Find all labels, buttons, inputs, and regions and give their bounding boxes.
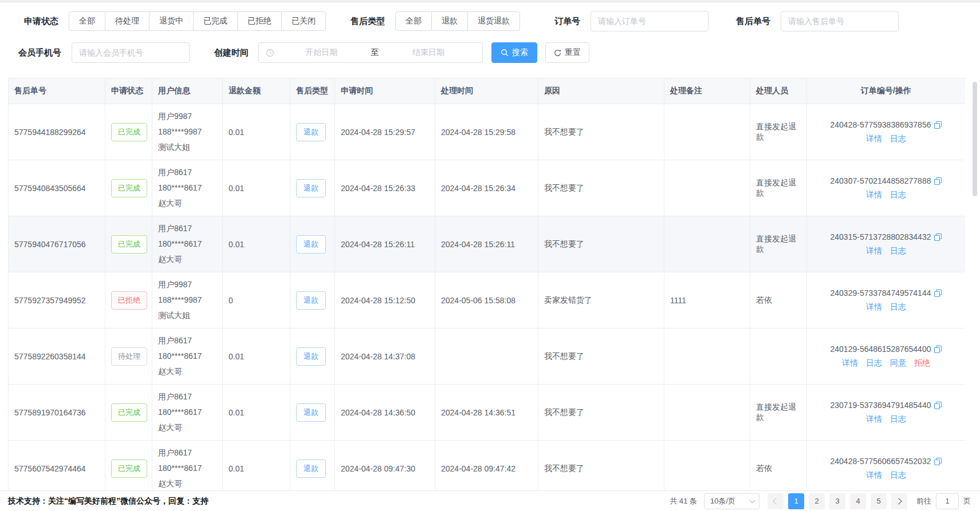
aftersale-no-input[interactable]	[781, 11, 899, 31]
user-info-line: 赵大哥	[158, 364, 217, 379]
filter-option-退货中[interactable]: 退货中	[149, 11, 194, 31]
aftersale-no-cell: 5775892260358144	[9, 328, 105, 385]
user-info-line: 赵大哥	[158, 252, 217, 267]
prev-page-button[interactable]	[768, 493, 784, 509]
column-header: 原因	[538, 78, 664, 104]
filter-option-退款[interactable]: 退款	[431, 11, 468, 31]
handler-cell: 若依	[750, 441, 807, 490]
page-button-2[interactable]: 2	[809, 493, 825, 509]
user-info-line: 用户8617	[158, 389, 217, 405]
reject-link[interactable]: 拒绝	[914, 358, 930, 367]
copy-icon[interactable]	[934, 402, 942, 409]
reset-button[interactable]: 重置	[545, 42, 589, 63]
page-button-1[interactable]: 1	[788, 493, 804, 509]
user-info-line: 赵大哥	[158, 420, 217, 435]
goto-page-input[interactable]	[936, 493, 959, 509]
order-number: 240307-5702144858277888	[831, 176, 931, 185]
refund-amount-cell: 0.01	[223, 104, 290, 160]
handler-cell: 直接发起退款	[750, 160, 807, 216]
reason-cell: 我不想要了	[538, 160, 664, 216]
user-info-cell: 用户8617180****8617赵大哥	[152, 328, 223, 385]
detail-link[interactable]: 详情	[866, 246, 882, 255]
remark-cell	[664, 441, 750, 490]
refund-amount-cell: 0.01	[223, 328, 290, 385]
log-link[interactable]: 日志	[890, 246, 906, 255]
scrollbar-thumb[interactable]	[973, 82, 977, 196]
table-row: 5775940843505664已完成用户8617180****8617赵大哥0…	[9, 160, 966, 216]
action-links: 详情日志	[813, 470, 959, 481]
status-cell: 已拒绝	[105, 272, 152, 328]
filter-option-待处理[interactable]: 待处理	[105, 11, 149, 31]
log-link[interactable]: 日志	[866, 358, 882, 367]
user-info-line: 用户8617	[158, 165, 217, 180]
page-button-5[interactable]: 5	[871, 493, 887, 509]
copy-icon[interactable]	[934, 458, 942, 465]
copy-icon[interactable]	[934, 177, 942, 185]
log-link[interactable]: 日志	[890, 302, 906, 311]
remark-cell	[664, 328, 750, 385]
log-link[interactable]: 日志	[890, 414, 906, 423]
user-info-cell: 用户8617180****8617赵大哥	[152, 441, 223, 490]
filter-option-已完成[interactable]: 已完成	[193, 11, 238, 31]
detail-link[interactable]: 详情	[866, 134, 882, 143]
reset-button-label: 重置	[565, 47, 581, 58]
copy-icon[interactable]	[934, 290, 942, 297]
user-info-line: 测试大姐	[158, 308, 217, 323]
order-line: 240428-5775606657452032	[813, 457, 959, 466]
next-page-button[interactable]	[891, 493, 907, 509]
log-link[interactable]: 日志	[890, 470, 906, 480]
filter-option-已关闭[interactable]: 已关闭	[281, 11, 326, 31]
filter-option-全部[interactable]: 全部	[395, 11, 432, 31]
log-link[interactable]: 日志	[890, 190, 906, 199]
type-badge: 退款	[296, 179, 326, 197]
detail-link[interactable]: 详情	[866, 470, 882, 480]
type-cell: 退款	[290, 104, 335, 160]
order-number: 240315-5713728802834432	[831, 232, 931, 241]
copy-icon[interactable]	[934, 121, 942, 129]
copy-icon[interactable]	[934, 233, 942, 241]
detail-link[interactable]: 详情	[866, 190, 882, 199]
date-range-picker[interactable]: 开始日期 至 结束日期	[258, 42, 483, 63]
column-header: 处理备注	[664, 78, 750, 104]
log-link[interactable]: 日志	[890, 134, 906, 143]
end-date-placeholder[interactable]: 结束日期	[381, 47, 476, 58]
column-header: 申请状态	[105, 78, 152, 104]
user-info-line: 用户8617	[158, 333, 217, 348]
copy-icon[interactable]	[934, 346, 942, 353]
user-info-line: 188****9987	[158, 124, 217, 140]
column-header: 订单编号/操作	[807, 78, 966, 104]
start-date-placeholder[interactable]: 开始日期	[274, 47, 369, 58]
page-button-3[interactable]: 3	[829, 493, 845, 509]
refund-amount-cell: 0.01	[223, 160, 290, 216]
status-badge: 已完成	[111, 459, 147, 478]
filter-option-退货退款[interactable]: 退货退款	[467, 11, 520, 31]
page-size-select[interactable]: 10条/页	[704, 493, 759, 509]
handle-time-cell: 2024-05-06 15:58:08	[435, 272, 538, 328]
filter-option-全部[interactable]: 全部	[69, 11, 105, 31]
action-links: 详情日志同意拒绝	[813, 358, 959, 369]
order-op-cell: 240307-5702144858277888详情日志	[807, 160, 966, 216]
detail-link[interactable]: 详情	[866, 414, 882, 423]
type-cell: 退款	[290, 272, 335, 328]
vertical-scrollbar[interactable]	[973, 82, 977, 487]
detail-link[interactable]: 详情	[842, 358, 858, 367]
page-button-4[interactable]: 4	[850, 493, 866, 509]
detail-link[interactable]: 详情	[866, 302, 882, 311]
chevron-down-icon	[750, 497, 755, 503]
order-no-input[interactable]	[591, 11, 709, 31]
apply-time-cell: 2024-04-28 15:26:11	[335, 216, 435, 272]
order-line: 230719-5373694791485440	[813, 401, 959, 410]
refund-amount-cell: 0	[223, 272, 290, 328]
remark-cell	[664, 104, 750, 160]
aftersale-no-cell: 5775607542974464	[9, 441, 105, 490]
search-button[interactable]: 搜索	[491, 42, 537, 63]
footer-bar: 技术支持：关注“编写美好前程”微信公众号，回复：支持 共 41 条 10条/页 …	[0, 490, 980, 511]
phone-input[interactable]	[72, 42, 190, 63]
table-row: 5775891970164736已完成用户8617180****8617赵大哥0…	[9, 385, 966, 441]
order-op-cell: 240315-5713728802834432详情日志	[807, 216, 966, 272]
filter-option-已拒绝[interactable]: 已拒绝	[237, 11, 282, 31]
user-info-line: 180****8617	[158, 405, 217, 420]
approve-link[interactable]: 同意	[890, 358, 906, 367]
order-line: 240428-5775938386937856	[813, 120, 959, 129]
column-header: 退款金额	[223, 78, 290, 104]
